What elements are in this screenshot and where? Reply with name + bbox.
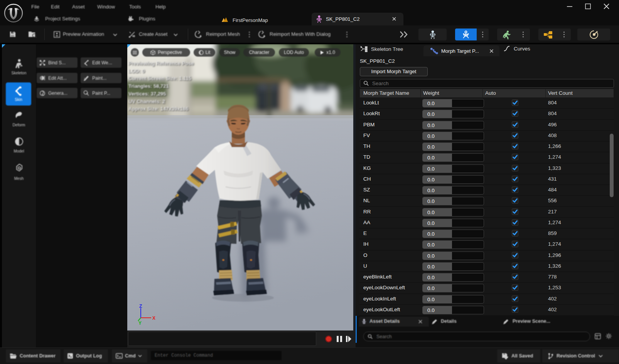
svg-text:X: X (152, 315, 155, 321)
svg-text:Y: Y (138, 320, 142, 325)
svg-text:Z: Z (139, 304, 142, 309)
